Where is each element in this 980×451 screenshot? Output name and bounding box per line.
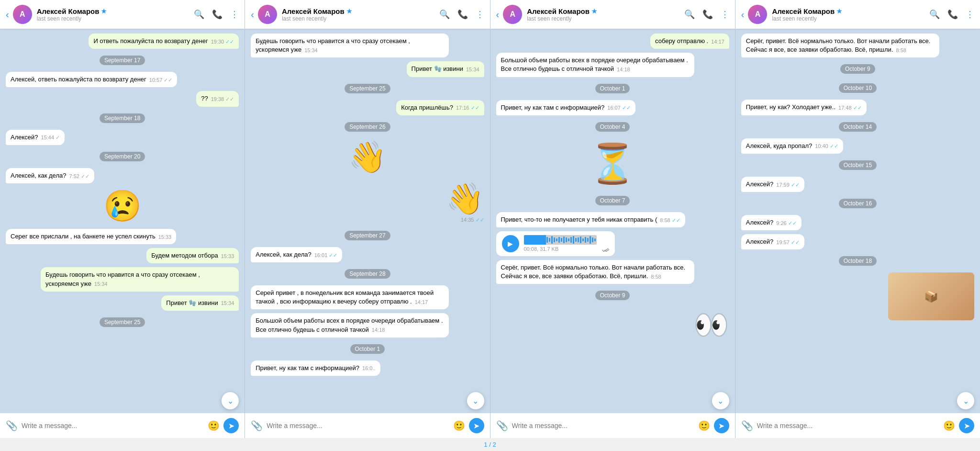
attach-icon[interactable]: 📎 bbox=[251, 420, 263, 431]
audio-waveform bbox=[524, 235, 597, 245]
bubble: Алексей?19:57 ✓✓ bbox=[741, 234, 804, 249]
bubble: Серёг, привет. Всё нормально только. Вот… bbox=[496, 260, 694, 284]
emoji-message: 👋 bbox=[348, 139, 387, 175]
message: Алексей, ответь пожалуйста по возврату д… bbox=[6, 72, 177, 87]
search-icon[interactable]: 🔍 bbox=[684, 9, 695, 20]
messages-list: соберу отправлю .14:17 Большой объем раб… bbox=[490, 29, 735, 413]
contact-status: last seen recently bbox=[772, 15, 929, 22]
send-button[interactable]: ➤ bbox=[959, 418, 974, 433]
date-separator: October 9 bbox=[840, 64, 875, 74]
message: Большой объем работы всех в порядке очер… bbox=[496, 53, 694, 77]
send-button[interactable]: ➤ bbox=[469, 418, 484, 433]
search-icon[interactable]: 🔍 bbox=[439, 9, 450, 20]
msg-time: 19:38 ✓✓ bbox=[211, 96, 234, 103]
bubble: Алексей, как дела?16:01 ✓✓ bbox=[251, 247, 342, 262]
send-button[interactable]: ➤ bbox=[714, 418, 729, 433]
date-separator: October 16 bbox=[839, 199, 877, 208]
scroll-down-button[interactable]: ⌄ bbox=[957, 392, 974, 409]
message: Алексей?9:26 ✓✓ bbox=[741, 215, 802, 230]
emoji-picker-icon[interactable]: 🙂 bbox=[943, 420, 955, 431]
msg-text: соберу отправлю . bbox=[655, 37, 708, 45]
message: Алексей, куда пропал?10:40 ✓✓ bbox=[741, 138, 843, 154]
bubble: И ответь пожалуйста по возврату денег19:… bbox=[89, 34, 239, 49]
image-message: 📦 bbox=[888, 272, 974, 320]
input-area: 📎 🙂 ➤ bbox=[490, 413, 735, 438]
msg-time: 8:58 ✓✓ bbox=[660, 217, 680, 224]
back-button[interactable]: ‹ bbox=[741, 9, 745, 20]
header: ‹ А Алексей Комаров ★ last seen recently… bbox=[0, 0, 245, 29]
send-button[interactable]: ➤ bbox=[223, 418, 239, 433]
scroll-down-button[interactable]: ⌄ bbox=[222, 392, 239, 409]
message-input[interactable] bbox=[757, 422, 939, 429]
msg-time: 8:58 bbox=[651, 273, 661, 281]
search-icon[interactable]: 🔍 bbox=[194, 9, 204, 20]
panel-panel3: ‹ А Алексей Комаров ★ last seen recently… bbox=[490, 0, 735, 438]
input-area: 📎 🙂 ➤ bbox=[735, 413, 980, 438]
msg-time: 16:07 ✓✓ bbox=[607, 104, 631, 112]
hourglass-emoji: ⏳ bbox=[589, 141, 636, 186]
play-button[interactable]: ▶ bbox=[502, 235, 519, 252]
attach-icon[interactable]: 📎 bbox=[741, 420, 753, 431]
call-icon[interactable]: 📞 bbox=[947, 9, 958, 20]
audio-message: ▶ 00:08, 31.7 KB bbox=[496, 231, 615, 256]
more-icon[interactable]: ⋮ bbox=[230, 9, 239, 20]
pagination: 1 / 2 bbox=[0, 438, 980, 451]
contact-name: Алексей Комаров ★ bbox=[37, 7, 194, 15]
msg-text: Алексей? bbox=[746, 238, 774, 245]
emoji-picker-icon[interactable]: 🙂 bbox=[698, 420, 710, 431]
msg-time: 16:01 ✓✓ bbox=[314, 252, 338, 259]
emoji-picker-icon[interactable]: 🙂 bbox=[453, 420, 465, 431]
attach-icon[interactable]: 📎 bbox=[6, 420, 18, 431]
messages-list: Будешь говорить что нравится а что сразу… bbox=[245, 29, 490, 413]
message: Будешь говорить что нравится а что сразу… bbox=[251, 34, 449, 57]
avatar: А bbox=[748, 5, 767, 24]
more-icon[interactable]: ⋮ bbox=[721, 9, 729, 20]
msg-text: Будешь говорить что нравится а что сразу… bbox=[256, 37, 410, 53]
back-button[interactable]: ‹ bbox=[6, 9, 9, 20]
date-separator: October 18 bbox=[839, 256, 877, 266]
emoji-picker-icon[interactable]: 🙂 bbox=[208, 420, 220, 431]
bubble: Алексей, куда пропал?10:40 ✓✓ bbox=[741, 138, 843, 154]
search-icon[interactable]: 🔍 bbox=[929, 9, 940, 20]
bubble: Алексей?9:26 ✓✓ bbox=[741, 215, 802, 230]
date-separator: October 1 bbox=[350, 344, 385, 354]
msg-time: 8:58 bbox=[896, 47, 906, 54]
call-icon[interactable]: 📞 bbox=[212, 9, 223, 20]
msg-text: Алексей? bbox=[746, 180, 774, 188]
contact-status: last seen recently bbox=[527, 15, 684, 22]
date-separator: September 27 bbox=[345, 231, 390, 240]
verified-badge: ★ bbox=[591, 8, 597, 15]
back-button[interactable]: ‹ bbox=[496, 9, 500, 20]
message: ??19:38 ✓✓ bbox=[196, 91, 239, 106]
message: Привет, ну как там с информацией?16:0.. bbox=[251, 361, 380, 376]
call-icon[interactable]: 📞 bbox=[457, 9, 468, 20]
audio-bubble: ▶ 00:08, 31.7 KB bbox=[496, 231, 615, 256]
msg-text: Привет 🧤 извини bbox=[166, 299, 218, 306]
bubble: Когда пришлёшь?17:16 ✓✓ bbox=[396, 100, 484, 115]
date-separator: October 7 bbox=[595, 196, 630, 205]
msg-text: Привет, ну как там с информацией? bbox=[501, 104, 605, 111]
messages-list: И ответь пожалуйста по возврату денег19:… bbox=[0, 29, 245, 413]
page-indicator: 1 / 2 bbox=[484, 441, 496, 448]
header-actions: 🔍 📞 ⋮ bbox=[684, 9, 729, 20]
msg-text: ?? bbox=[201, 95, 208, 102]
scroll-down-button[interactable]: ⌄ bbox=[467, 392, 484, 409]
verified-badge: ★ bbox=[101, 8, 107, 15]
more-icon[interactable]: ⋮ bbox=[966, 9, 974, 20]
call-icon[interactable]: 📞 bbox=[702, 9, 713, 20]
msg-text: Будешь говорить что нравится а что сразу… bbox=[45, 271, 200, 287]
date-separator: September 25 bbox=[345, 84, 390, 93]
more-icon[interactable]: ⋮ bbox=[476, 9, 484, 20]
back-button[interactable]: ‹ bbox=[251, 9, 254, 20]
panel-panel1: ‹ А Алексей Комаров ★ last seen recently… bbox=[0, 0, 245, 438]
msg-time: 15:33 bbox=[221, 253, 234, 260]
attach-icon[interactable]: 📎 bbox=[496, 420, 508, 431]
message-input[interactable] bbox=[22, 422, 204, 429]
message-input[interactable] bbox=[267, 422, 449, 429]
bubble: Привет, ну как там с информацией?16:07 ✓… bbox=[496, 100, 635, 115]
header-info: Алексей Комаров ★ last seen recently bbox=[37, 7, 194, 22]
chat-panels: ‹ А Алексей Комаров ★ last seen recently… bbox=[0, 0, 980, 438]
bubble: Алексей?15:44 ✓ bbox=[6, 130, 65, 145]
scroll-down-button[interactable]: ⌄ bbox=[712, 392, 729, 409]
message-input[interactable] bbox=[512, 422, 694, 429]
